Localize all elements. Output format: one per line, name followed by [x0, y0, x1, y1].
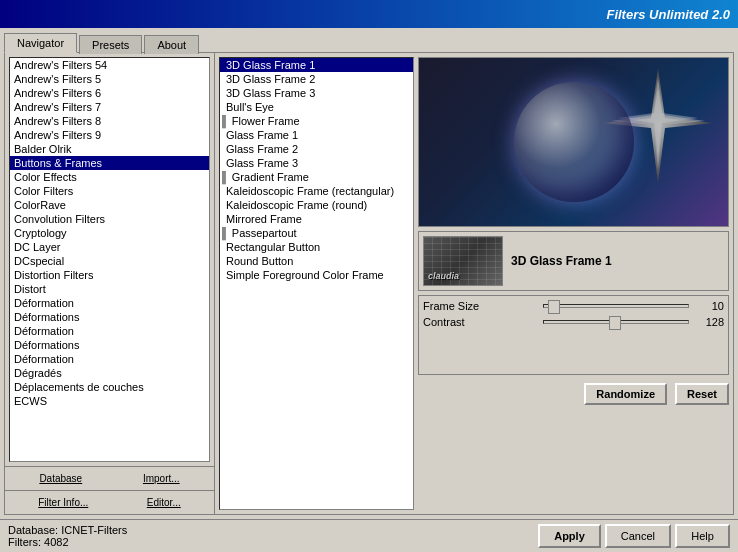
right-top: 3D Glass Frame 1 3D Glass Frame 2 3D Gla… — [219, 57, 729, 510]
preview-panel: claudia 3D Glass Frame 1 Frame Size — [418, 57, 729, 510]
filters-info: Filters: 4082 — [8, 536, 127, 548]
list-item[interactable]: DCspecial — [10, 254, 209, 268]
param-label-contrast: Contrast — [423, 316, 543, 328]
tab-navigator[interactable]: Navigator — [4, 33, 77, 53]
apply-button[interactable]: Apply — [538, 524, 601, 548]
right-bottom-buttons: Randomize Reset — [418, 379, 729, 409]
thumbnail-area: claudia 3D Glass Frame 1 — [418, 231, 729, 291]
left-buttons-2: Filter Info... Editor... — [5, 490, 214, 514]
sub-list-item[interactable]: Rectangular Button — [220, 240, 413, 254]
slider-track-contrast[interactable] — [543, 320, 689, 324]
status-info: Database: ICNET-Filters Filters: 4082 — [8, 524, 127, 548]
slider-thumb-contrast[interactable] — [609, 316, 621, 330]
sub-list-item[interactable]: ▌Passepartout — [220, 226, 413, 240]
sub-list-item[interactable]: 3D Glass Frame 3 — [220, 86, 413, 100]
list-item[interactable]: Color Filters — [10, 184, 209, 198]
right-panel: 3D Glass Frame 1 3D Glass Frame 2 3D Gla… — [215, 53, 733, 514]
preview-image — [418, 57, 729, 227]
filters-label: Filters: — [8, 536, 41, 548]
sub-list-item[interactable]: 3D Glass Frame 2 — [220, 72, 413, 86]
list-item[interactable]: Déformations — [10, 338, 209, 352]
reset-button[interactable]: Reset — [675, 383, 729, 405]
database-button[interactable]: Database — [35, 471, 86, 486]
params-area: Frame Size 10 Contrast — [418, 295, 729, 375]
list-item[interactable]: Balder Olrik — [10, 142, 209, 156]
sub-list-item[interactable]: Round Button — [220, 254, 413, 268]
thumbnail-image: claudia — [423, 236, 503, 286]
left-panel: Andrew's Filters 54 Andrew's Filters 5 A… — [5, 53, 215, 514]
sub-list-item[interactable]: Glass Frame 2 — [220, 142, 413, 156]
filter-name-label: 3D Glass Frame 1 — [511, 254, 612, 268]
list-item[interactable]: Dégradés — [10, 366, 209, 380]
database-value: ICNET-Filters — [61, 524, 127, 536]
action-buttons: Apply Cancel Help — [538, 524, 730, 548]
list-item[interactable]: Convolution Filters — [10, 212, 209, 226]
list-item[interactable]: Déformation — [10, 324, 209, 338]
sub-list-item[interactable]: Kaleidoscopic Frame (rectangular) — [220, 184, 413, 198]
sub-list-item[interactable]: ▌Flower Frame — [220, 114, 413, 128]
sub-list-panel: 3D Glass Frame 1 3D Glass Frame 2 3D Gla… — [219, 57, 414, 510]
param-row-framesize: Frame Size 10 — [423, 300, 724, 312]
slider-thumb-framesize[interactable] — [548, 300, 560, 314]
left-buttons: Database Import... — [5, 466, 214, 490]
list-item[interactable]: DC Layer — [10, 240, 209, 254]
list-item[interactable]: Distort — [10, 282, 209, 296]
database-info: Database: ICNET-Filters — [8, 524, 127, 536]
category-list[interactable]: Andrew's Filters 54 Andrew's Filters 5 A… — [9, 57, 210, 462]
param-value-contrast: 128 — [689, 316, 724, 328]
list-item[interactable]: ECWS — [10, 394, 209, 408]
sub-list-item[interactable]: Kaleidoscopic Frame (round) — [220, 198, 413, 212]
list-item[interactable]: Déformation — [10, 296, 209, 310]
sub-list-item-selected[interactable]: 3D Glass Frame 1 — [220, 58, 413, 72]
list-item-selected[interactable]: Buttons & Frames — [10, 156, 209, 170]
param-slider-contrast[interactable] — [543, 320, 689, 324]
list-item[interactable]: Andrew's Filters 8 — [10, 114, 209, 128]
sub-list-item[interactable]: Simple Foreground Color Frame — [220, 268, 413, 282]
list-item[interactable]: Déformation — [10, 352, 209, 366]
crystal-ball — [514, 82, 634, 202]
param-label-framesize: Frame Size — [423, 300, 543, 312]
param-value-framesize: 10 — [689, 300, 724, 312]
database-label: Database: — [8, 524, 58, 536]
content-area: Andrew's Filters 54 Andrew's Filters 5 A… — [4, 52, 734, 515]
list-item[interactable]: Andrew's Filters 54 — [10, 58, 209, 72]
list-item[interactable]: Andrew's Filters 7 — [10, 100, 209, 114]
sub-list-item[interactable]: Mirrored Frame — [220, 212, 413, 226]
list-item[interactable]: Déformations — [10, 310, 209, 324]
slider-track-framesize[interactable] — [543, 304, 689, 308]
import-button[interactable]: Import... — [139, 471, 184, 486]
list-item[interactable]: Color Effects — [10, 170, 209, 184]
list-item[interactable]: ColorRave — [10, 198, 209, 212]
sub-list-item[interactable]: Glass Frame 1 — [220, 128, 413, 142]
filters-value: 4082 — [44, 536, 68, 548]
param-slider-framesize[interactable] — [543, 304, 689, 308]
sub-list-item[interactable]: Bull's Eye — [220, 100, 413, 114]
list-item[interactable]: Andrew's Filters 5 — [10, 72, 209, 86]
sub-list-item[interactable]: ▌Gradient Frame — [220, 170, 413, 184]
sub-list-item[interactable]: Glass Frame 3 — [220, 156, 413, 170]
tab-bar: Navigator Presets About — [0, 28, 738, 52]
filter-list[interactable]: 3D Glass Frame 1 3D Glass Frame 2 3D Gla… — [219, 57, 414, 510]
tab-about[interactable]: About — [144, 35, 199, 54]
app-title: Filters Unlimited 2.0 — [606, 7, 730, 22]
tab-presets[interactable]: Presets — [79, 35, 142, 54]
list-item[interactable]: Andrew's Filters 6 — [10, 86, 209, 100]
list-item[interactable]: Déplacements de couches — [10, 380, 209, 394]
randomize-button[interactable]: Randomize — [584, 383, 667, 405]
list-item[interactable]: Distortion Filters — [10, 268, 209, 282]
help-button[interactable]: Help — [675, 524, 730, 548]
list-item[interactable]: Andrew's Filters 9 — [10, 128, 209, 142]
bottom-bar: Database: ICNET-Filters Filters: 4082 Ap… — [0, 519, 738, 552]
param-row-contrast: Contrast 128 — [423, 316, 724, 328]
filterinfo-button[interactable]: Filter Info... — [34, 495, 92, 510]
editor-button[interactable]: Editor... — [143, 495, 185, 510]
cancel-button[interactable]: Cancel — [605, 524, 671, 548]
list-item[interactable]: Cryptology — [10, 226, 209, 240]
